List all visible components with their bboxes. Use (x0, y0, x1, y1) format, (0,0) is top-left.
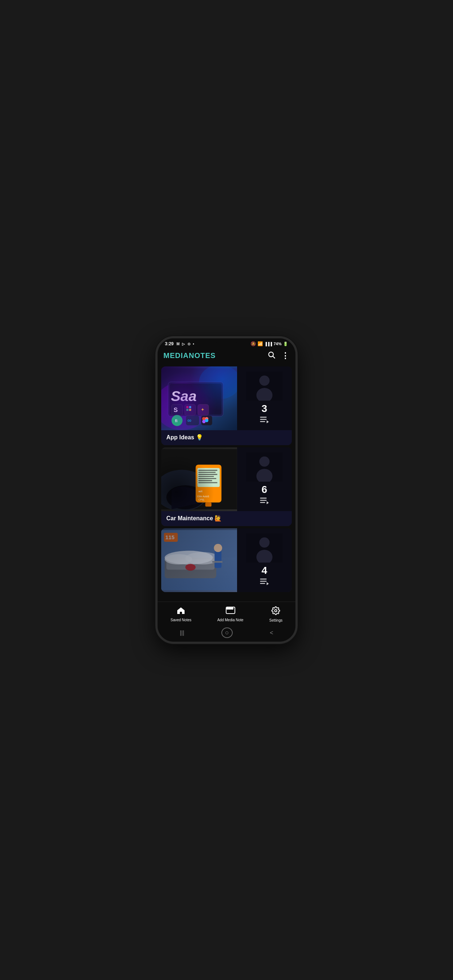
playlist-icon-3 (260, 579, 269, 587)
svg-rect-72 (260, 579, 266, 580)
svg-point-3 (161, 382, 209, 430)
svg-rect-8 (171, 404, 182, 415)
svg-point-4 (199, 366, 237, 399)
svg-rect-2 (161, 368, 237, 428)
svg-rect-14 (189, 409, 191, 411)
svg-rect-79 (231, 608, 233, 609)
add-media-icon (226, 607, 235, 617)
svg-point-70 (259, 538, 270, 547)
svg-point-17 (171, 415, 182, 426)
count-app-ideas: 3 (262, 403, 267, 415)
signal-icon: ▐▐▐ (265, 342, 272, 346)
content-area[interactable]: Saa S ✦ (158, 364, 295, 601)
count-car-wash: 4 (262, 565, 267, 576)
svg-marker-75 (266, 582, 269, 585)
recent-apps-button[interactable]: ||| (172, 628, 191, 638)
svg-point-50 (259, 457, 270, 467)
thumbnail-car-maintenance: act Elite AutoS CP91 (161, 447, 237, 511)
svg-point-23 (205, 417, 208, 420)
bottom-nav: Saved Notes Add Media Note Settings (158, 601, 295, 625)
settings-label: Settings (269, 618, 282, 622)
card-side-info-2: 6 (237, 447, 292, 511)
battery-icon: 🔋 (283, 342, 288, 346)
thumbnail-app-ideas: Saa S ✦ (161, 366, 237, 430)
phone-shell: 3:29 M ▷ ⊙ • 🔕 📶 ▐▐▐ 74% 🔋 MEDIANOTES ⋮ (155, 336, 298, 644)
status-time: 3:29 M ▷ ⊙ • (165, 341, 195, 346)
back-button[interactable]: < (263, 628, 281, 638)
card-side-info-3: 4 (237, 528, 292, 592)
svg-text:S: S (174, 407, 178, 414)
playlist-card-app-ideas[interactable]: Saa S ✦ (161, 366, 292, 445)
card-title-car-maintenance: Car Maintenance 🙋 (166, 515, 222, 521)
saved-notes-label: Saved Notes (170, 618, 191, 622)
svg-rect-10 (185, 404, 196, 415)
app-title: MEDIANOTES (163, 352, 215, 360)
top-bar: MEDIANOTES ⋮ (158, 348, 295, 364)
svg-rect-21 (201, 415, 212, 425)
notch (215, 338, 238, 345)
svg-marker-32 (266, 420, 269, 423)
card-media-row-3: 115 4 (161, 528, 292, 592)
svg-point-22 (202, 417, 205, 420)
svg-text:Saa: Saa (171, 388, 196, 404)
svg-text:fi: fi (175, 418, 178, 423)
card-title-app-ideas: App Ideas 💡 (166, 434, 203, 441)
time-display: 3:29 (165, 341, 174, 346)
svg-point-24 (202, 420, 205, 423)
svg-rect-78 (229, 608, 231, 609)
svg-text:✦: ✦ (201, 407, 205, 412)
card-side-info-1: 3 (237, 366, 292, 430)
playlist-icon-1 (260, 417, 269, 425)
svg-rect-31 (260, 421, 265, 422)
search-button[interactable] (267, 351, 275, 361)
home-button[interactable]: ○ (222, 627, 233, 638)
svg-rect-11 (187, 406, 188, 408)
count-car-maintenance: 6 (262, 484, 267, 495)
settings-icon (271, 606, 280, 617)
svg-text:∞: ∞ (187, 417, 191, 423)
svg-rect-54 (260, 502, 265, 503)
svg-rect-12 (189, 406, 191, 408)
nav-saved-notes[interactable]: Saved Notes (164, 605, 197, 624)
status-icons: M ▷ ⊙ • (177, 342, 195, 346)
svg-point-25 (205, 419, 208, 422)
top-actions: ⋮ (267, 351, 290, 361)
add-media-note-label: Add Media Note (217, 618, 244, 622)
wifi-icon: 📶 (257, 341, 263, 346)
svg-rect-15 (198, 404, 209, 415)
card-media-row-2: act Elite AutoS CP91 6 (161, 447, 292, 511)
glove-overlay (161, 447, 237, 511)
svg-rect-73 (260, 581, 266, 582)
carwash-overlay (161, 528, 237, 592)
svg-point-27 (259, 375, 270, 386)
title-media: MEDIA (163, 352, 188, 360)
card-label-row-1: App Ideas 💡 (161, 430, 292, 445)
card-label-row-2: Car Maintenance 🙋 (161, 511, 292, 526)
playlist-card-car-wash[interactable]: 115 4 (161, 528, 292, 592)
svg-rect-30 (260, 419, 266, 420)
card-media-row: Saa S ✦ (161, 366, 292, 430)
home-icon (177, 607, 185, 617)
svg-rect-29 (260, 417, 266, 418)
svg-rect-77 (227, 608, 229, 609)
svg-rect-6 (170, 383, 222, 415)
svg-rect-52 (260, 498, 266, 499)
title-notes: NOTES (188, 352, 215, 360)
playlist-card-car-maintenance[interactable]: act Elite AutoS CP91 6 (161, 447, 292, 526)
svg-line-1 (273, 356, 274, 358)
nav-settings[interactable]: Settings (263, 605, 288, 624)
svg-rect-5 (168, 382, 223, 416)
more-options-button[interactable]: ⋮ (281, 351, 290, 361)
svg-marker-55 (266, 501, 269, 504)
nav-add-media-note[interactable]: Add Media Note (212, 605, 249, 624)
mute-icon: 🔕 (250, 341, 256, 346)
battery-display: 74% (274, 342, 282, 346)
svg-rect-74 (260, 583, 265, 584)
svg-rect-53 (260, 500, 266, 501)
status-right: 🔕 📶 ▐▐▐ 74% 🔋 (250, 341, 288, 346)
svg-rect-13 (187, 409, 188, 411)
svg-point-80 (274, 609, 277, 612)
thumbnail-car-wash: 115 (161, 528, 237, 592)
svg-rect-19 (186, 415, 199, 425)
playlist-icon-2 (260, 498, 269, 506)
